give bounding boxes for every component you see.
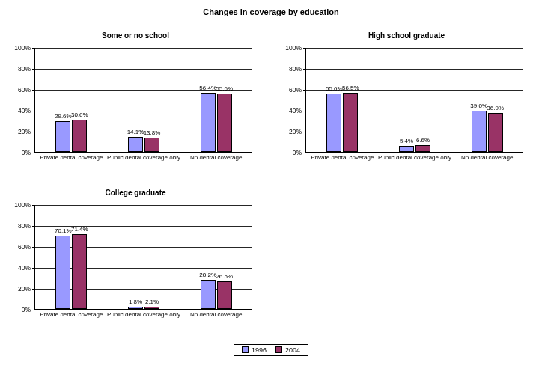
x-axis-label: No dental coverage <box>190 154 242 161</box>
y-axis-label: 0% <box>7 149 31 156</box>
bar <box>128 307 143 309</box>
plot-area: 0%20%40%60%80%100%Private dental coverag… <box>305 48 523 153</box>
y-tick <box>303 153 306 153</box>
plot-area: 0%20%40%60%80%100%Private dental coverag… <box>34 205 252 310</box>
legend-swatch-1996 <box>242 346 249 353</box>
bar <box>144 138 159 152</box>
y-axis-label: 40% <box>7 107 31 114</box>
y-axis-label: 100% <box>7 201 31 209</box>
bar <box>217 281 232 309</box>
y-axis-label: 60% <box>278 86 302 94</box>
chart-subtitle: High school graduate <box>271 31 542 40</box>
legend-wrap: 1996 2004 <box>0 341 542 362</box>
y-tick <box>32 289 35 290</box>
bar-value-label: 71.4% <box>71 226 88 233</box>
bar-value-label: 14.1% <box>127 129 144 135</box>
grid-line <box>306 69 523 70</box>
main-title: Changes in coverage by education <box>0 0 542 27</box>
bar <box>201 93 216 152</box>
bar <box>343 93 358 152</box>
bar-value-label: 2.1% <box>145 298 159 305</box>
y-axis-label: 80% <box>278 65 302 73</box>
bar <box>128 137 143 152</box>
y-axis-label: 100% <box>278 44 302 52</box>
bar-value-label: 55.6% <box>216 85 233 92</box>
y-tick <box>32 247 35 248</box>
y-tick <box>32 48 35 49</box>
y-tick <box>32 310 35 310</box>
legend-label: 1996 <box>252 346 267 354</box>
grid-line <box>35 226 252 227</box>
bar <box>55 121 70 152</box>
y-axis-label: 0% <box>278 149 302 156</box>
chart-subtitle: Some or no school <box>0 31 271 40</box>
bar-value-label: 56.5% <box>342 85 359 91</box>
page: Changes in coverage by education Some or… <box>0 0 542 362</box>
y-axis-label: 100% <box>7 44 31 52</box>
x-axis-label: No dental coverage <box>461 154 513 161</box>
legend-item-2004: 2004 <box>275 346 300 354</box>
y-tick <box>32 226 35 227</box>
grid-line <box>35 48 252 49</box>
y-axis-label: 80% <box>7 222 31 230</box>
y-tick <box>32 90 35 91</box>
x-axis-label: Public dental coverage only <box>107 154 180 161</box>
bar-value-label: 56.4% <box>199 85 216 91</box>
y-axis-label: 20% <box>278 128 302 135</box>
y-tick <box>303 90 306 91</box>
chart-subtitle: College graduate <box>0 189 271 197</box>
plot-area: 0%20%40%60%80%100%Private dental coverag… <box>34 48 252 153</box>
bar-value-label: 13.8% <box>144 129 161 136</box>
legend-label: 2004 <box>285 346 300 354</box>
y-axis-label: 20% <box>7 285 31 293</box>
y-tick <box>32 153 35 153</box>
bar <box>201 280 216 309</box>
y-tick <box>32 205 35 206</box>
bar <box>472 111 487 152</box>
bar <box>488 113 503 152</box>
bar <box>326 94 341 152</box>
chart-high-school-graduate: High school graduate 0%20%40%60%80%100%P… <box>271 27 542 184</box>
bar-value-label: 28.2% <box>199 272 216 278</box>
y-axis-label: 80% <box>7 65 31 73</box>
x-axis-label: Private dental coverage <box>40 311 103 318</box>
bar-value-label: 39.0% <box>470 102 487 109</box>
bar <box>72 120 87 152</box>
bar-value-label: 1.8% <box>129 298 142 305</box>
bar-value-label: 70.1% <box>55 227 72 234</box>
y-axis-label: 60% <box>7 86 31 94</box>
grid-line <box>35 205 252 206</box>
y-axis-label: 60% <box>7 243 31 251</box>
y-tick <box>32 111 35 111</box>
bar-value-label: 26.5% <box>216 273 233 280</box>
chart-college-graduate: College graduate 0%20%40%60%80%100%Priva… <box>0 184 271 341</box>
y-tick <box>32 268 35 269</box>
bar <box>55 236 70 309</box>
bar <box>144 307 159 309</box>
bar-value-label: 6.6% <box>416 137 430 144</box>
y-axis-label: 40% <box>278 107 302 114</box>
bar <box>217 94 232 152</box>
bar-value-label: 36.9% <box>487 105 504 111</box>
y-tick <box>303 48 306 49</box>
x-axis-label: Private dental coverage <box>311 154 374 161</box>
x-axis-label: Public dental coverage only <box>107 311 180 318</box>
y-axis-label: 40% <box>7 264 31 272</box>
y-tick <box>303 111 306 111</box>
y-axis-label: 0% <box>7 306 31 313</box>
legend-item-1996: 1996 <box>242 346 267 354</box>
bar <box>72 234 87 309</box>
y-tick <box>32 132 35 132</box>
grid-line <box>35 69 252 70</box>
y-tick <box>32 69 35 70</box>
bar-value-label: 5.4% <box>400 138 413 144</box>
bar <box>415 145 430 152</box>
bar-value-label: 29.6% <box>55 113 72 120</box>
legend: 1996 2004 <box>234 344 308 356</box>
grid-line <box>306 48 523 49</box>
chart-grid: Some or no school 0%20%40%60%80%100%Priv… <box>0 27 542 341</box>
chart-some-or-no-school: Some or no school 0%20%40%60%80%100%Priv… <box>0 27 271 184</box>
bar <box>399 146 414 152</box>
x-axis-label: Public dental coverage only <box>378 154 451 161</box>
bar-value-label: 30.6% <box>71 111 88 118</box>
